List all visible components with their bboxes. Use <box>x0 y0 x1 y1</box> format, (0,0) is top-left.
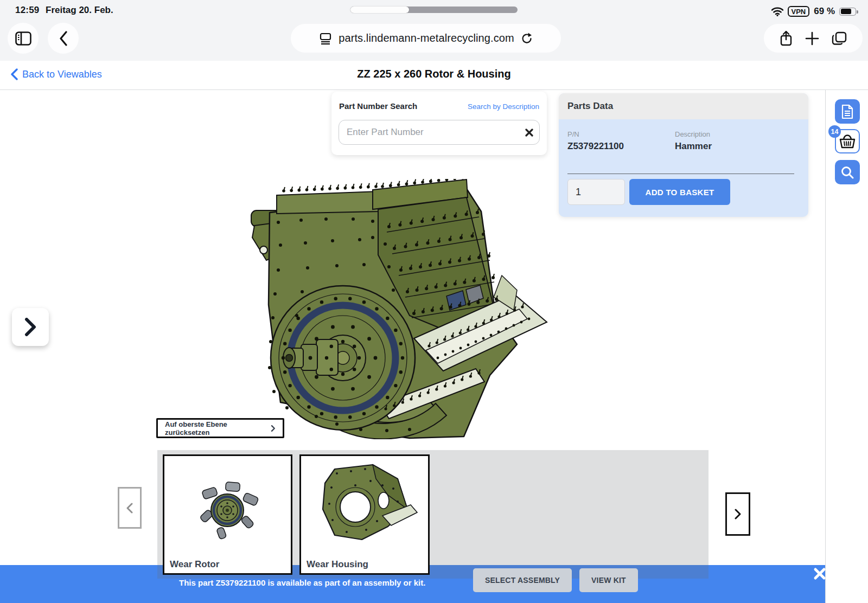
search-card-title: Part Number Search <box>339 101 417 111</box>
vpn-badge: VPN <box>788 6 810 17</box>
sidebar-toggle-button[interactable] <box>8 23 39 54</box>
parts-data-panel: Parts Data P/N Z5379221100 Description H… <box>559 93 808 217</box>
next-chevron-icon <box>24 318 36 336</box>
part-number-input-wrap <box>339 120 540 145</box>
toolbar-right-group <box>764 24 863 53</box>
reset-top-level-label: Auf oberste Ebene zurücksetzen <box>165 420 271 437</box>
view-kit-button[interactable]: VIEW KIT <box>579 568 638 592</box>
machine-3d-illustration[interactable] <box>247 179 556 439</box>
close-notification-button[interactable] <box>813 567 827 581</box>
back-chevron-icon <box>59 31 68 46</box>
pn-value: Z5379221100 <box>567 141 624 152</box>
sidebar-icon <box>15 31 31 46</box>
url-text: parts.lindemann-metalrecycling.com <box>339 32 514 44</box>
documents-button[interactable] <box>835 99 860 124</box>
carousel-next-icon <box>735 509 741 519</box>
reset-top-level-button[interactable]: Auf oberste Ebene zurücksetzen <box>156 418 284 438</box>
basket-icon <box>839 134 856 149</box>
wifi-icon <box>771 7 783 16</box>
pn-label: P/N <box>567 130 579 138</box>
search-icon <box>840 165 854 179</box>
basket-count-badge: 14 <box>828 125 841 138</box>
next-view-button[interactable] <box>12 308 49 346</box>
browser-chrome: 12:59 Freitag 20. Feb. VPN 69 % <box>0 0 868 61</box>
part-number-input[interactable] <box>339 127 519 138</box>
thumbnail-label: Wear Housing <box>307 559 368 570</box>
reader-icon[interactable] <box>319 32 332 45</box>
clock: 12:59 <box>15 5 39 16</box>
clear-input-button[interactable] <box>519 129 539 137</box>
close-icon <box>815 569 824 578</box>
battery-icon <box>839 8 856 16</box>
wear-rotor-image <box>164 460 291 558</box>
wear-housing-image <box>301 457 428 557</box>
page-header: Back to Viewables ZZ 225 x 260 Rotor & H… <box>0 61 868 90</box>
reset-chevron-icon <box>271 425 276 432</box>
tools-rail: 14 <box>825 90 868 603</box>
parts-data-divider <box>567 174 794 174</box>
search-by-description-link[interactable]: Search by Description <box>468 102 539 111</box>
page-title: ZZ 225 x 260 Rotor & Housing <box>0 68 868 80</box>
parts-data-title: Parts Data <box>559 93 808 119</box>
description-value: Hammer <box>675 141 712 152</box>
status-bar: 12:59 Freitag 20. Feb. VPN 69 % <box>0 0 868 22</box>
tabs-icon[interactable] <box>832 31 847 46</box>
safari-toolbar: parts.lindemann-metalrecycling.com <box>0 22 868 61</box>
reload-icon[interactable] <box>521 32 533 45</box>
url-field[interactable]: parts.lindemann-metalrecycling.com <box>291 24 561 53</box>
scrollbar-handle[interactable] <box>350 7 409 13</box>
quantity-input[interactable] <box>567 179 625 205</box>
thumbnail-label: Wear Rotor <box>170 559 219 570</box>
part-number-search-card: Part Number Search Search by Description <box>331 92 547 155</box>
description-label: Description <box>675 130 710 138</box>
thumbnail-wear-housing[interactable]: Wear Housing <box>299 454 430 575</box>
battery-percent: 69 % <box>814 6 835 17</box>
status-date: Freitag 20. Feb. <box>46 5 113 16</box>
back-button[interactable] <box>48 23 79 54</box>
search-button[interactable] <box>835 160 860 184</box>
thumbnail-wear-rotor[interactable]: Wear Rotor <box>163 454 292 575</box>
add-to-basket-button[interactable]: ADD TO BASKET <box>629 179 730 205</box>
clear-x-icon <box>525 129 533 137</box>
carousel-prev-button[interactable] <box>118 487 142 529</box>
carousel-prev-icon <box>126 503 133 514</box>
new-tab-icon[interactable] <box>805 31 819 46</box>
assembly-message: This part Z5379221100 is available as pa… <box>179 578 425 587</box>
document-icon <box>841 104 854 119</box>
carousel-next-button[interactable] <box>725 492 750 536</box>
share-icon[interactable] <box>780 30 793 47</box>
select-assembly-button[interactable]: SELECT ASSEMBLY <box>473 568 572 592</box>
page-scrollbar[interactable] <box>350 7 518 13</box>
